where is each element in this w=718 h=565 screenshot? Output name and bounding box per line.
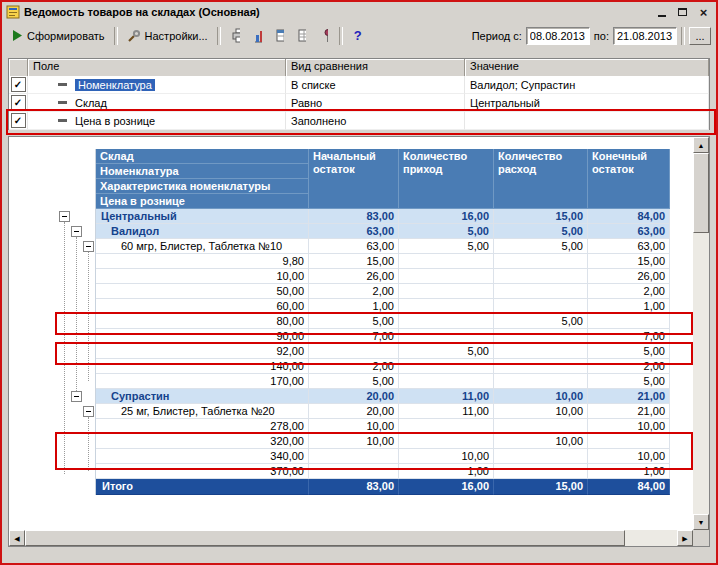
bar-chart-icon bbox=[254, 28, 262, 43]
filter-row-nomenclature[interactable]: ✓ Номенклатура В списке Валидол; Супраст… bbox=[9, 76, 709, 94]
minimize-button[interactable] bbox=[653, 5, 670, 20]
report-cell: 5,00 bbox=[494, 224, 588, 239]
report-row-label: 370,00 bbox=[96, 464, 309, 479]
scroll-down-button[interactable]: ▼ bbox=[693, 514, 709, 530]
help-icon: ? bbox=[354, 28, 362, 43]
report-row-label: 9,80 bbox=[96, 254, 309, 269]
report-cell: 15,00 bbox=[309, 254, 399, 269]
toolbar-separator bbox=[217, 27, 221, 45]
filter-header-field: Поле bbox=[28, 59, 286, 76]
report-row: 140,002,002,00 bbox=[96, 359, 670, 374]
report-cell bbox=[399, 314, 494, 329]
checkbox-checked[interactable]: ✓ bbox=[11, 77, 26, 92]
report-cell: 26,00 bbox=[309, 269, 399, 284]
settings-button[interactable]: Настройки... bbox=[122, 26, 213, 46]
tree-line bbox=[64, 222, 65, 474]
period-more-button[interactable]: ... bbox=[689, 27, 711, 45]
report-cell bbox=[494, 329, 588, 344]
toolbar: Сформировать Настройки... ? Период с: по… bbox=[2, 22, 716, 49]
filter-value[interactable]: Центральный bbox=[465, 94, 709, 112]
report-cell bbox=[494, 449, 588, 464]
checkbox-checked[interactable]: ✓ bbox=[11, 95, 26, 110]
print-button[interactable] bbox=[225, 26, 247, 46]
scroll-up-button[interactable]: ▲ bbox=[693, 137, 709, 153]
total-value: 84,00 bbox=[588, 479, 670, 495]
report-cell bbox=[399, 254, 494, 269]
filter-comparison-value[interactable]: В списке bbox=[286, 76, 465, 94]
filter-header-comparison: Вид сравнения bbox=[286, 59, 465, 76]
report-cell: 5,00 bbox=[494, 239, 588, 254]
vertical-scrollbar[interactable]: ▲ ▼ bbox=[693, 137, 709, 530]
collapse-expander-validol[interactable] bbox=[71, 226, 82, 237]
report-cell bbox=[399, 299, 494, 314]
report-cell: 26,00 bbox=[588, 269, 670, 284]
report-cell bbox=[494, 299, 588, 314]
report-rows: Центральный83,0016,0015,0084,00Валидол63… bbox=[96, 209, 670, 479]
period-to-input[interactable] bbox=[613, 27, 677, 45]
table-header-button[interactable] bbox=[269, 26, 291, 46]
chart-button[interactable] bbox=[247, 26, 269, 46]
filter-field-label[interactable]: Цена в рознице bbox=[75, 115, 155, 127]
scrollbar-corner bbox=[693, 530, 709, 546]
total-label: Итого bbox=[96, 479, 309, 495]
generate-button[interactable]: Сформировать bbox=[7, 27, 110, 45]
filter-comparison-value[interactable]: Равно bbox=[286, 94, 465, 112]
filter-value[interactable]: Валидол; Супрастин bbox=[465, 76, 709, 94]
report-cell: 20,00 bbox=[309, 404, 399, 419]
table-button[interactable] bbox=[291, 26, 313, 46]
scroll-right-button[interactable]: ▶ bbox=[677, 530, 693, 546]
report-row: Центральный83,0016,0015,0084,00 bbox=[96, 209, 670, 224]
collapse-expander-suprastin[interactable] bbox=[71, 391, 82, 402]
report-cell bbox=[494, 419, 588, 434]
horizontal-scrollbar[interactable]: ◀ ▶ bbox=[9, 530, 693, 546]
header-col-opening-balance: Начальный остаток bbox=[309, 149, 399, 209]
filter-field-label[interactable]: Склад bbox=[75, 97, 107, 109]
header-col-qty-out: Количество расход bbox=[494, 149, 588, 209]
report-cell: 63,00 bbox=[309, 239, 399, 254]
report-cell: 63,00 bbox=[309, 224, 399, 239]
filter-item-icon bbox=[58, 83, 67, 86]
period-from-input[interactable] bbox=[526, 27, 590, 45]
report-cell bbox=[399, 359, 494, 374]
report-cell bbox=[399, 419, 494, 434]
report-row-label: 278,00 bbox=[96, 419, 309, 434]
report-row: 278,0010,0010,00 bbox=[96, 419, 670, 434]
wrench-icon bbox=[127, 29, 141, 43]
report-row-label: 340,00 bbox=[96, 449, 309, 464]
report-row: 92,005,005,00 bbox=[96, 344, 670, 359]
toolbar-separator bbox=[114, 27, 118, 45]
report-cell bbox=[399, 269, 494, 284]
pin-button[interactable] bbox=[313, 26, 335, 46]
scroll-left-button[interactable]: ◀ bbox=[9, 530, 25, 546]
report-cell: 10,00 bbox=[309, 434, 399, 449]
report-row-label: 92,00 bbox=[96, 344, 309, 359]
report-cell bbox=[494, 464, 588, 479]
report-cell bbox=[399, 374, 494, 389]
maximize-button[interactable] bbox=[674, 5, 691, 20]
report-cell: 16,00 bbox=[399, 209, 494, 224]
report-cell: 5,00 bbox=[588, 344, 670, 359]
collapse-expander-suprastin-char[interactable] bbox=[83, 406, 94, 417]
period-to-label: по: bbox=[594, 30, 609, 42]
report-cell: 2,00 bbox=[588, 359, 670, 374]
report-cell: 15,00 bbox=[494, 209, 588, 224]
collapse-expander-validol-char[interactable] bbox=[83, 241, 94, 252]
close-button[interactable]: × bbox=[695, 5, 712, 20]
help-button[interactable]: ? bbox=[347, 26, 369, 46]
filter-comparison-value[interactable]: Заполнено bbox=[286, 112, 465, 130]
horizontal-scroll-thumb[interactable] bbox=[25, 530, 625, 546]
checkbox-checked[interactable]: ✓ bbox=[11, 113, 26, 128]
report-row-label: 60 мгр, Блистер, Таблетка №10 bbox=[96, 239, 309, 254]
filter-field-label[interactable]: Номенклатура bbox=[75, 79, 155, 91]
report-row-label: 140,00 bbox=[96, 359, 309, 374]
report-cell: 83,00 bbox=[309, 209, 399, 224]
report-cell bbox=[309, 344, 399, 359]
header-dim-price: Цена в рознице bbox=[96, 194, 308, 209]
filter-row-warehouse[interactable]: ✓ Склад Равно Центральный bbox=[9, 94, 709, 112]
filter-row-retail-price[interactable]: ✓ Цена в рознице Заполнено bbox=[9, 112, 709, 130]
vertical-scroll-thumb[interactable] bbox=[693, 153, 709, 233]
collapse-expander-central[interactable] bbox=[59, 211, 70, 222]
report-cell bbox=[399, 329, 494, 344]
filter-value[interactable] bbox=[465, 112, 709, 130]
filter-header-value: Значение bbox=[465, 59, 709, 76]
